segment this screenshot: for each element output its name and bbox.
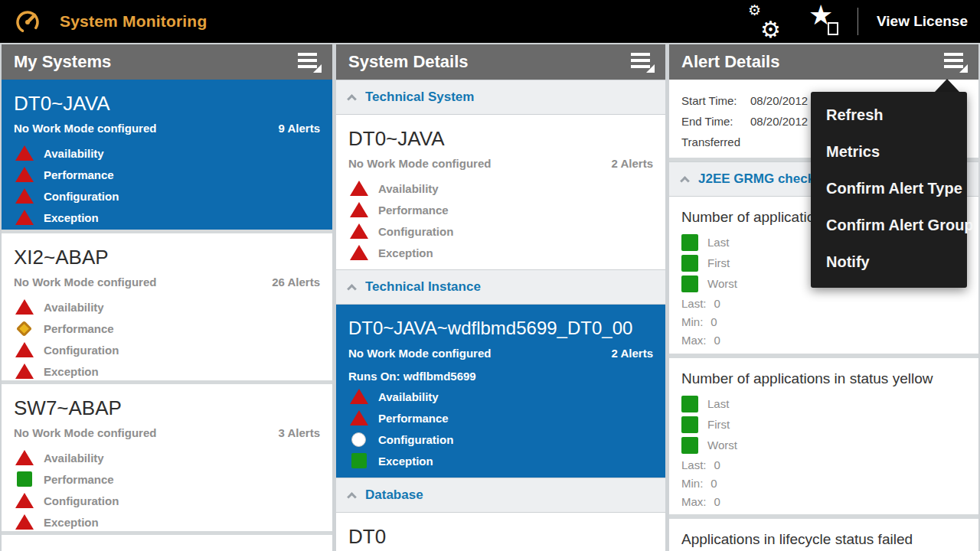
alert-category-row: Availability: [348, 178, 653, 199]
alert-category-label: Performance: [378, 412, 449, 425]
system-details-panel: System Details Technical System DT0~JAVA…: [336, 44, 665, 551]
app-title: System Monitoring: [60, 12, 207, 31]
stat-value: 0: [714, 297, 720, 310]
system-card-partial[interactable]: [2, 535, 332, 551]
alert-category-row: Performance: [14, 318, 320, 339]
chevron-up-icon: [347, 94, 357, 104]
stat-value: 0: [714, 334, 720, 347]
start-time-value: 08/20/2012 8: [750, 90, 818, 111]
metric-card[interactable]: Number of applications in status yellow …: [669, 358, 978, 514]
instance-name: DT0~JAVA~wdflbmd5699_DT0_00: [348, 315, 653, 341]
alert-details-menu-icon[interactable]: [944, 52, 968, 73]
alert-category-row: Configuration: [348, 429, 653, 450]
stat-row: Last: 0: [681, 455, 966, 474]
section-technical-system[interactable]: Technical System: [336, 80, 665, 115]
alert-category-label: Availability: [44, 147, 104, 160]
system-card-sw7-abap[interactable]: SW7~ABAP No Work Mode configured 3 Alert…: [2, 384, 332, 531]
menu-item-refresh[interactable]: Refresh: [811, 96, 967, 133]
menu-item-notify[interactable]: Notify: [811, 243, 967, 280]
legend-row: First: [681, 414, 966, 435]
system-name: DT0~JAVA: [348, 126, 653, 152]
alert-category-row: Exception: [348, 242, 653, 263]
my-systems-title: My Systems: [14, 52, 111, 72]
favorite-license-icon[interactable]: ★: [808, 7, 839, 36]
stat-row: Last: 0: [681, 294, 966, 312]
work-mode-label: No Work Mode configured: [348, 156, 491, 171]
database-card[interactable]: DT0: [336, 513, 665, 551]
green-square-icon: [681, 396, 698, 412]
alert-category-label: Availability: [378, 182, 439, 195]
red-triangle-icon: [14, 167, 34, 182]
menu-item-metrics[interactable]: Metrics: [811, 133, 967, 170]
stat-row: Max: 0: [681, 331, 966, 349]
system-card-dt0-java[interactable]: DT0~JAVA No Work Mode configured 9 Alert…: [2, 80, 332, 230]
alert-category-row: Availability: [14, 142, 320, 164]
alert-category-label: Performance: [44, 322, 114, 335]
red-triangle-icon: [348, 202, 369, 217]
menu-item-confirm-alert-group[interactable]: Confirm Alert Group: [811, 207, 967, 243]
alert-count-badge: 2 Alerts: [612, 156, 653, 171]
metric-title: Applications in lifecycle status failed: [681, 530, 966, 549]
end-time-value: 08/20/2012 1:: [750, 111, 821, 132]
alert-count-badge: 3 Alerts: [279, 425, 320, 441]
section-database[interactable]: Database: [336, 478, 665, 513]
alert-category-label: Performance: [378, 204, 449, 217]
red-triangle-icon: [14, 299, 34, 315]
chevron-up-icon: [347, 284, 357, 294]
alert-category-row: Exception: [14, 511, 320, 531]
alert-category-label: Exception: [378, 246, 433, 259]
alert-category-label: Exception: [378, 455, 433, 468]
red-triangle-icon: [14, 493, 34, 508]
system-details-menu-icon[interactable]: [631, 52, 655, 73]
alert-count-badge: 26 Alerts: [272, 275, 320, 290]
red-triangle-icon: [14, 210, 34, 225]
alert-category-label: Performance: [44, 473, 114, 486]
green-square-icon: [14, 471, 34, 487]
settings-gears-icon[interactable]: ⚙⚙: [750, 8, 779, 35]
my-systems-menu-icon[interactable]: [298, 52, 322, 73]
transfer-status: Transferred: [681, 132, 740, 152]
alert-category-row: Availability: [14, 296, 320, 318]
red-triangle-icon: [14, 342, 34, 357]
red-triangle-icon: [14, 450, 34, 465]
alert-category-row: Availability: [348, 386, 653, 407]
green-square-icon: [681, 416, 698, 433]
alert-details-header: Alert Details: [669, 44, 978, 80]
alert-category-label: Performance: [44, 168, 114, 181]
red-triangle-icon: [14, 145, 34, 161]
alert-category-label: Configuration: [378, 433, 453, 446]
section-technical-instance[interactable]: Technical Instance: [336, 269, 665, 305]
white-circle-icon: [348, 432, 369, 447]
system-card-xi2-abap[interactable]: XI2~ABAP No Work Mode configured 26 Aler…: [2, 233, 332, 380]
green-square-icon: [681, 234, 698, 251]
document-icon: [828, 22, 838, 35]
red-triangle-icon: [348, 410, 369, 425]
alert-category-row: Performance: [348, 407, 653, 429]
end-time-label: End Time:: [681, 111, 750, 132]
red-triangle-icon: [348, 223, 369, 239]
technical-system-card[interactable]: DT0~JAVA No Work Mode configured 2 Alert…: [336, 115, 665, 269]
my-systems-panel: My Systems DT0~JAVA No Work Mode configu…: [2, 44, 332, 551]
green-square-icon: [681, 255, 698, 272]
gauge-logo-icon: [12, 6, 43, 37]
legend-row: Last: [681, 393, 966, 414]
alert-category-label: Configuration: [44, 190, 119, 203]
menu-item-confirm-alert-type[interactable]: Confirm Alert Type: [811, 170, 967, 207]
stat-value: 0: [710, 315, 717, 328]
alert-category-row: Performance: [14, 164, 320, 185]
yellow-diamond-icon: [14, 323, 34, 334]
view-license-button[interactable]: View License: [877, 13, 968, 30]
technical-instance-card[interactable]: DT0~JAVA~wdflbmd5699_DT0_00 No Work Mode…: [336, 305, 665, 478]
alert-count-badge: 2 Alerts: [612, 346, 653, 361]
chevron-up-icon: [347, 492, 357, 502]
stat-row: Min: 0: [681, 474, 966, 492]
system-name: DT0~JAVA: [14, 90, 320, 116]
red-triangle-icon: [348, 181, 369, 196]
alert-category-row: Configuration: [348, 220, 653, 242]
start-time-label: Start Time:: [681, 90, 750, 111]
alert-category-label: Configuration: [378, 225, 453, 238]
alert-category-label: Exception: [44, 365, 99, 378]
metric-card[interactable]: Applications in lifecycle status failed …: [669, 519, 978, 551]
runs-on-label: Runs On: wdflbmd5699: [348, 367, 653, 385]
my-systems-header: My Systems: [2, 44, 332, 80]
